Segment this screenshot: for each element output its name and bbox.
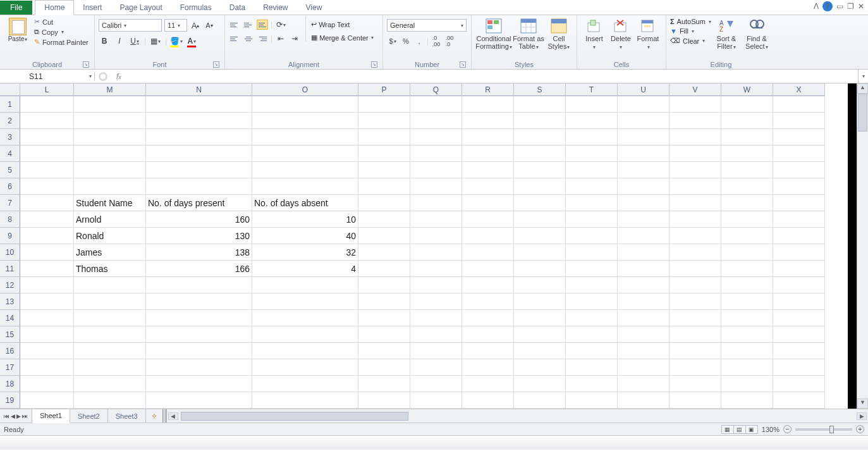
insert-sheet-button[interactable]: ✧ [146,409,162,423]
cell-R16[interactable] [462,343,514,359]
row-header-6[interactable]: 6 [0,178,20,195]
row-header-13[interactable]: 13 [0,293,20,310]
row-header-2[interactable]: 2 [0,113,20,129]
row-header-11[interactable]: 11 [0,261,20,277]
cell-N19[interactable] [146,392,252,409]
cell-L18[interactable] [20,376,74,392]
cell-X13[interactable] [773,293,825,310]
cell-T9[interactable] [566,228,618,244]
cell-M12[interactable] [74,277,146,293]
cell-Q16[interactable] [410,343,462,359]
cell-O16[interactable] [252,343,358,359]
minimize-ribbon-icon[interactable]: ᐱ [814,2,819,11]
cell-V11[interactable] [669,261,721,277]
increase-font-icon[interactable]: A▴ [190,20,201,31]
cell-U10[interactable] [618,244,669,261]
cell-W16[interactable] [721,343,773,359]
scroll-down-icon[interactable]: ▼ [857,398,868,409]
cell-Q18[interactable] [410,376,462,392]
cell-W8[interactable] [721,211,773,228]
cell-X6[interactable] [773,178,825,195]
cell-X5[interactable] [773,162,825,178]
zoom-slider[interactable] [795,428,852,431]
cell-Q10[interactable] [410,244,462,261]
cell-R4[interactable] [462,145,514,162]
formula-expand-icon[interactable]: ▾ [858,70,868,83]
window-restore-icon[interactable]: ❐ [847,2,854,11]
cell-R9[interactable] [462,228,514,244]
cell-U12[interactable] [618,277,669,293]
font-color-button[interactable]: A▾ [186,35,197,47]
cell-M1[interactable] [74,96,146,113]
cell-M15[interactable] [74,326,146,343]
cell-U17[interactable] [618,359,669,376]
tab-file[interactable]: File [0,1,32,15]
row-header-15[interactable]: 15 [0,326,20,343]
comma-button[interactable]: , [413,35,425,47]
cell-X10[interactable] [773,244,825,261]
cell-N6[interactable] [146,178,252,195]
cell-L3[interactable] [20,129,74,145]
cell-T10[interactable] [566,244,618,261]
cell-V5[interactable] [669,162,721,178]
cell-N4[interactable] [146,145,252,162]
cell-V14[interactable] [669,310,721,326]
col-header-L[interactable]: L [20,83,74,96]
cell-W9[interactable] [721,228,773,244]
window-minimize-icon[interactable]: ▭ [836,2,843,11]
increase-decimal-button[interactable]: .0.00 [431,35,442,47]
cell-P14[interactable] [358,310,410,326]
cell-W14[interactable] [721,310,773,326]
row-header-5[interactable]: 5 [0,162,20,178]
cell-N17[interactable] [146,359,252,376]
zoom-in-button[interactable]: + [856,425,864,433]
tab-data[interactable]: Data [221,1,254,15]
cell-N15[interactable] [146,326,252,343]
cell-O7[interactable]: No. of days absent [252,195,358,211]
cell-L11[interactable] [20,261,74,277]
cell-M11[interactable]: Thomas [74,261,146,277]
cell-U16[interactable] [618,343,669,359]
cell-L19[interactable] [20,392,74,409]
cell-R1[interactable] [462,96,514,113]
cell-O3[interactable] [252,129,358,145]
cell-X12[interactable] [773,277,825,293]
cell-M2[interactable] [74,113,146,129]
cell-O1[interactable] [252,96,358,113]
cell-L12[interactable] [20,277,74,293]
cell-P9[interactable] [358,228,410,244]
cell-V2[interactable] [669,113,721,129]
cell-U9[interactable] [618,228,669,244]
cell-R15[interactable] [462,326,514,343]
cell-S9[interactable] [514,228,566,244]
cell-Q1[interactable] [410,96,462,113]
cell-L7[interactable] [20,195,74,211]
decrease-indent-button[interactable]: ⇤ [275,33,286,44]
cell-S5[interactable] [514,162,566,178]
align-center-button[interactable] [243,34,254,44]
italic-button[interactable]: I [114,35,125,47]
cell-U1[interactable] [618,96,669,113]
cell-R7[interactable] [462,195,514,211]
cell-P1[interactable] [358,96,410,113]
cell-W5[interactable] [721,162,773,178]
cells-area[interactable]: Student NameNo. of days presentNo. of da… [20,96,825,409]
cell-R17[interactable] [462,359,514,376]
orientation-button[interactable]: ⟳▾ [275,19,286,30]
cell-Q19[interactable] [410,392,462,409]
cell-N13[interactable] [146,293,252,310]
row-header-1[interactable]: 1 [0,96,20,113]
decrease-decimal-button[interactable]: .00.0 [444,35,455,47]
cell-W19[interactable] [721,392,773,409]
vertical-scrollbar[interactable]: ▲ ▼ [857,83,868,409]
cell-R18[interactable] [462,376,514,392]
font-size-combo[interactable]: 11▾ [164,19,187,32]
cell-U19[interactable] [618,392,669,409]
name-box[interactable]: S11▾ [0,72,95,81]
cell-U8[interactable] [618,211,669,228]
cell-M14[interactable] [74,310,146,326]
col-header-W[interactable]: W [721,83,773,96]
align-left-button[interactable] [229,34,240,44]
format-as-table-button[interactable]: Format as Table▾ [512,16,545,51]
cell-L8[interactable] [20,211,74,228]
